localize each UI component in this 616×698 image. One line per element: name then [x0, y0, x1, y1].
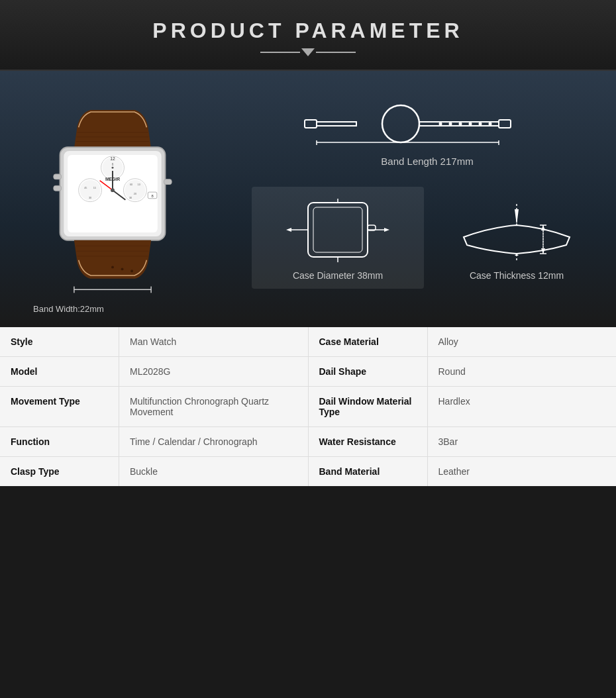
svg-marker-73 — [541, 225, 545, 230]
svg-point-47 — [459, 123, 462, 126]
case-thickness-diagram — [437, 197, 596, 264]
movement-type-label: Movement Type — [0, 387, 119, 426]
svg-text:60: 60 — [130, 183, 132, 186]
case-diameter-diagram — [258, 197, 417, 264]
table-row: Clasp Type Buckle Band Material Leather — [0, 457, 616, 486]
main-visual-area: 6 45 15 30 60 10 20 30 8 MEGIR — [0, 71, 616, 327]
svg-marker-67 — [515, 209, 519, 225]
svg-point-45 — [439, 123, 442, 126]
band-length-section: Band Length 217mm — [252, 91, 603, 180]
model-label: Model — [0, 357, 119, 386]
svg-marker-64 — [336, 199, 340, 261]
band-material-value: Leather — [428, 457, 617, 486]
case-thickness-box: Case Thickness 12mm — [431, 187, 603, 289]
svg-point-19 — [125, 180, 145, 201]
case-material-label: Case Material — [309, 327, 428, 356]
svg-point-37 — [130, 270, 133, 272]
svg-text:45: 45 — [84, 186, 87, 189]
table-row: Function Time / Calendar / Chronograph W… — [0, 427, 616, 457]
style-value: Man Watch — [119, 327, 309, 356]
watch-svg: 6 45 15 30 60 10 20 30 8 MEGIR — [13, 91, 212, 296]
band-width-label: Band Width:22mm — [33, 304, 232, 314]
case-thickness-label: Case Thickness 12mm — [437, 270, 596, 281]
clasp-type-value: Buckle — [119, 457, 309, 486]
dail-window-value: Hardlex — [428, 387, 617, 426]
svg-text:10: 10 — [138, 183, 140, 186]
table-row: Movement Type Multifunction Chronograph … — [0, 387, 616, 427]
function-label: Function — [0, 427, 119, 456]
svg-rect-41 — [305, 120, 317, 128]
svg-text:30: 30 — [89, 196, 91, 199]
svg-rect-55 — [308, 203, 368, 257]
function-value: Time / Calendar / Chronograph — [119, 427, 309, 456]
case-diameter-label: Case Diameter 38mm — [258, 270, 417, 281]
svg-marker-61 — [384, 228, 389, 232]
svg-rect-8 — [164, 179, 172, 185]
clasp-type-label: Clasp Type — [0, 457, 119, 486]
case-material-value: Alloy — [428, 327, 617, 356]
band-material-label: Band Material — [309, 457, 428, 486]
svg-point-50 — [489, 123, 492, 126]
model-value: ML2028G — [119, 357, 309, 386]
table-row: Model ML2028G Dail Shape Round — [0, 357, 616, 387]
svg-rect-6 — [54, 174, 62, 179]
water-resistance-value: 3Bar — [428, 427, 617, 456]
dail-shape-value: Round — [428, 357, 617, 386]
svg-text:20: 20 — [134, 192, 136, 195]
water-resistance-label: Water Resistance — [309, 427, 428, 456]
svg-rect-42 — [317, 122, 356, 126]
svg-point-12 — [112, 167, 114, 169]
svg-text:6: 6 — [112, 163, 114, 166]
svg-text:15: 15 — [93, 186, 96, 189]
dail-window-label: Dail Window Material Type — [309, 387, 428, 426]
svg-point-36 — [121, 268, 124, 270]
page-header: PRODUCT PARAMETER — [0, 0, 616, 71]
svg-point-46 — [449, 123, 452, 126]
band-length-label: Band Length 217mm — [252, 156, 603, 167]
svg-rect-51 — [499, 120, 511, 128]
movement-type-value: Multifunction Chronograph Quartz Movemen… — [119, 387, 309, 426]
svg-point-35 — [111, 266, 114, 268]
svg-rect-56 — [313, 207, 362, 252]
svg-point-30 — [111, 188, 115, 192]
svg-marker-60 — [286, 228, 291, 232]
band-length-diagram — [252, 97, 603, 150]
param-table: Style Man Watch Case Material Alloy Mode… — [0, 327, 616, 486]
case-measurements: Case Diameter 38mm — [252, 187, 603, 289]
specs-visual-area: Band Length 217mm — [252, 91, 603, 289]
svg-text:8: 8 — [151, 194, 153, 198]
svg-point-48 — [469, 123, 472, 126]
dail-shape-label: Dail Shape — [309, 357, 428, 386]
style-label: Style — [0, 327, 119, 356]
svg-point-49 — [479, 123, 482, 126]
svg-point-43 — [382, 105, 419, 142]
case-diameter-box: Case Diameter 38mm — [252, 187, 424, 289]
watch-image-container: 6 45 15 30 60 10 20 30 8 MEGIR — [13, 91, 232, 314]
svg-rect-7 — [54, 185, 62, 191]
header-arrow — [13, 48, 603, 56]
svg-text:30: 30 — [129, 196, 132, 199]
table-row: Style Man Watch Case Material Alloy — [0, 327, 616, 357]
page-title: PRODUCT PARAMETER — [13, 19, 603, 43]
svg-text:12: 12 — [110, 156, 115, 161]
